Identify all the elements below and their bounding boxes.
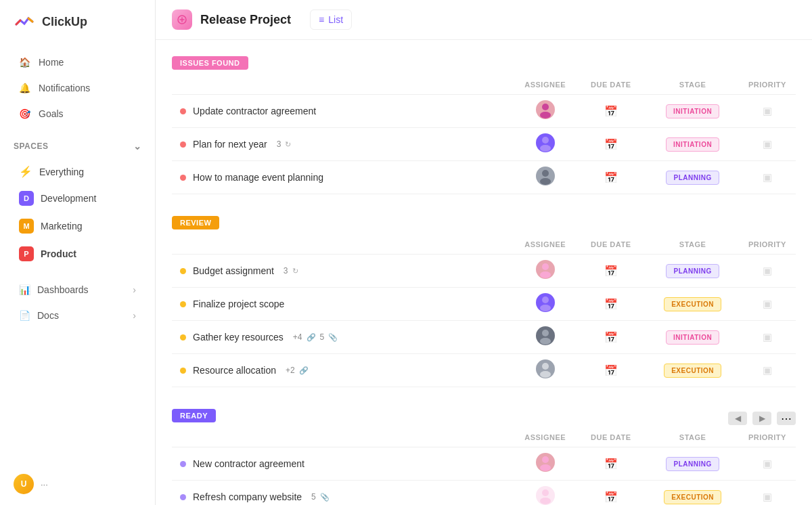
priority-cell: ▣ xyxy=(739,255,796,288)
avatar xyxy=(536,167,555,185)
calendar-icon: 📅 xyxy=(604,139,618,150)
table-row: New contractor agreement 📅 PLANNING ▣ xyxy=(172,447,796,481)
calendar-icon: 📅 xyxy=(604,365,618,376)
spaces-collapse-icon[interactable]: ⌄ xyxy=(133,141,142,152)
avatar-svg xyxy=(536,133,555,152)
task-name-cell: Gather key resources +4 🔗 5 📎 xyxy=(172,324,515,351)
docs-expand-icon: › xyxy=(133,310,136,321)
space-product[interactable]: P Product xyxy=(5,240,150,267)
task-name[interactable]: New contractor agreement xyxy=(193,458,304,469)
space-everything[interactable]: ⚡ Everything xyxy=(5,159,150,184)
th-duedate-1: DUE DATE xyxy=(575,235,646,255)
task-name[interactable]: Update contractor agreement xyxy=(193,106,316,116)
avatar-svg xyxy=(536,167,555,185)
docs-label: Docs xyxy=(37,310,59,321)
marketing-dot: M xyxy=(19,219,34,234)
th-priority-0: PRIORITY xyxy=(739,75,796,95)
priority-cell: ▣ xyxy=(739,321,796,354)
priority-cell: ▣ xyxy=(739,128,796,161)
task-meta: 3 ↻ xyxy=(284,266,298,276)
task-meta: 3 ↻ xyxy=(277,139,292,149)
space-marketing[interactable]: M Marketing xyxy=(5,213,150,240)
th-duedate-0: DUE DATE xyxy=(575,75,646,95)
space-product-label: Product xyxy=(41,248,76,259)
svg-point-11 xyxy=(542,330,549,336)
section-dashboards[interactable]: 📊 Dashboards › xyxy=(5,278,150,302)
task-name[interactable]: Plan for next year xyxy=(193,139,267,150)
issues-table-header: ASSIGNEE DUE DATE STAGE PRIORITY xyxy=(172,75,796,95)
stage-badge: INITIATION xyxy=(666,330,719,345)
link-icon: 🔗 xyxy=(299,366,309,375)
stage-cell: INITIATION xyxy=(646,128,739,161)
calendar-icon: 📅 xyxy=(604,332,618,343)
table-row: Update contractor agreement 📅 INITIATION… xyxy=(172,95,796,128)
svg-point-3 xyxy=(542,137,549,144)
review-table-header: ASSIGNEE DUE DATE STAGE PRIORITY xyxy=(172,235,796,255)
svg-point-9 xyxy=(542,297,549,303)
dashboards-label: Dashboards xyxy=(37,284,89,295)
task-name[interactable]: Finalize project scope xyxy=(193,299,284,309)
calendar-icon: 📅 xyxy=(604,458,618,470)
task-dot xyxy=(180,368,186,374)
task-name-cell: Finalize project scope xyxy=(172,290,515,317)
ctrl-btn-more[interactable]: ⋯ xyxy=(777,412,796,425)
duedate-cell: 📅 xyxy=(575,321,646,354)
stage-cell: EXECUTION xyxy=(646,481,739,506)
task-dot xyxy=(180,108,186,114)
priority-icon: ▣ xyxy=(763,458,772,469)
task-name[interactable]: Refresh company website xyxy=(193,491,302,502)
assignee-cell xyxy=(515,95,575,128)
task-name-cell: Budget assignment 3 ↻ xyxy=(172,257,515,284)
priority-icon: ▣ xyxy=(763,331,772,343)
duedate-cell: 📅 xyxy=(575,95,646,128)
svg-point-7 xyxy=(542,263,549,270)
section-docs[interactable]: 📄 Docs › xyxy=(5,303,150,328)
dashboards-left: 📊 Dashboards xyxy=(19,284,89,295)
ctrl-btn-left[interactable]: ◀ xyxy=(728,412,747,425)
task-dot xyxy=(180,175,186,181)
task-name[interactable]: Gather key resources xyxy=(193,332,284,343)
docs-left: 📄 Docs xyxy=(19,310,59,321)
svg-point-8 xyxy=(540,271,551,278)
ready-table-header: ASSIGNEE DUE DATE STAGE PRIORITY xyxy=(172,428,796,447)
stage-badge: EXECUTION xyxy=(664,297,721,311)
table-row: How to manage event planning 📅 PLANNING … xyxy=(172,161,796,194)
task-name[interactable]: Resource allocation xyxy=(193,365,276,376)
stage-cell: PLANNING xyxy=(646,447,739,481)
sidebar-user: U ··· xyxy=(0,463,155,505)
dashboards-expand-icon: › xyxy=(133,284,136,295)
avatar-svg xyxy=(536,359,555,378)
ctrl-btn-right[interactable]: ▶ xyxy=(752,412,771,425)
view-label: List xyxy=(328,14,343,25)
duedate-cell: 📅 xyxy=(575,255,646,288)
group-issues-found: ISSUES FOUND ASSIGNEE DUE DATE STAGE PRI… xyxy=(172,56,796,194)
nav-home[interactable]: 🏠 Home xyxy=(5,50,150,74)
attachment-icon: 📎 xyxy=(320,493,330,502)
duedate-cell: 📅 xyxy=(575,481,646,506)
list-icon: ≡ xyxy=(319,14,324,25)
table-row: Gather key resources +4 🔗 5 📎 xyxy=(172,321,796,354)
duedate-cell: 📅 xyxy=(575,354,646,387)
attachment-icon: 📎 xyxy=(328,333,338,342)
task-name[interactable]: How to manage event planning xyxy=(193,172,323,183)
nav-goals[interactable]: 🎯 Goals xyxy=(5,102,150,126)
priority-icon: ▣ xyxy=(763,265,772,276)
th-stage-1: STAGE xyxy=(646,235,739,255)
project-icon xyxy=(172,9,192,30)
space-development[interactable]: D Development xyxy=(5,185,150,212)
avatar xyxy=(536,293,555,312)
svg-point-1 xyxy=(542,104,549,110)
nav-notifications[interactable]: 🔔 Notifications xyxy=(5,76,150,100)
priority-icon: ▣ xyxy=(763,298,772,309)
avatar xyxy=(536,453,555,472)
svg-point-4 xyxy=(540,145,551,152)
space-everything-label: Everything xyxy=(39,167,84,177)
priority-cell: ▣ xyxy=(739,95,796,128)
priority-cell: ▣ xyxy=(739,447,796,481)
th-stage-0: STAGE xyxy=(646,75,739,95)
avatar xyxy=(536,359,555,378)
task-name-cell: Refresh company website 5 📎 xyxy=(172,483,515,505)
issues-table: ASSIGNEE DUE DATE STAGE PRIORITY Update … xyxy=(172,75,796,194)
task-name[interactable]: Budget assignment xyxy=(193,265,274,276)
list-view-toggle[interactable]: ≡ List xyxy=(310,9,352,30)
